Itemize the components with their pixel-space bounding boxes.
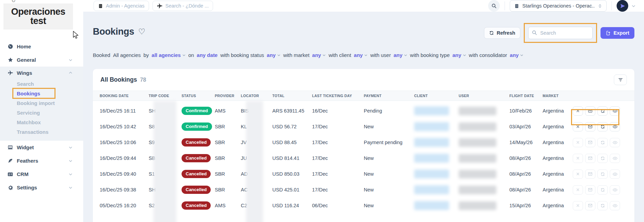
envelope-icon xyxy=(588,203,593,208)
cell-user xyxy=(459,201,509,210)
filter-dropdown-any[interactable]: any xyxy=(267,52,281,58)
resync-booking-button[interactable] xyxy=(597,122,608,131)
cell-booking-date: 16/Dec/25 09:40 xyxy=(100,171,149,177)
email-booking-button[interactable] xyxy=(585,154,595,163)
client-redacted-blob xyxy=(414,170,449,178)
cell-market: Argentina xyxy=(543,124,569,129)
resync-booking-button[interactable] xyxy=(597,106,608,116)
client-redacted-blob xyxy=(414,154,449,163)
cell-total: USD 56.72 xyxy=(272,124,312,129)
filter-text: with consolidator xyxy=(469,52,507,58)
search-input[interactable] xyxy=(528,27,593,39)
sidebar-item-widget[interactable]: Widget xyxy=(0,141,83,154)
sidebar-item-home[interactable]: Home xyxy=(0,40,83,53)
sidebar-item-crm[interactable]: CRM xyxy=(0,167,83,181)
sidebar-item-wings[interactable]: Wings xyxy=(0,67,83,79)
cancel-booking-button[interactable] xyxy=(573,201,583,210)
cell-market: Argentina xyxy=(543,171,569,177)
x-icon xyxy=(576,140,580,144)
resync-booking-button[interactable] xyxy=(597,201,608,210)
resync-booking-button[interactable] xyxy=(597,154,608,163)
sidebar-item-matchbox[interactable]: Matchbox xyxy=(0,117,83,127)
workspace-selector[interactable]: Starlings Operaciones - Operac.. xyxy=(510,0,607,12)
sidebar-item-search[interactable]: Search xyxy=(0,79,83,89)
favorite-heart-icon[interactable]: ♡ xyxy=(138,28,146,36)
cell-last-ticketing-day: 16/Dec xyxy=(312,108,364,114)
global-search-button[interactable] xyxy=(488,0,500,12)
column-header-market: MARKET xyxy=(543,94,569,98)
cancel-booking-button[interactable] xyxy=(573,106,583,116)
sync-icon xyxy=(600,156,605,161)
filter-dropdown-any-date[interactable]: any date xyxy=(197,52,218,58)
cancel-booking-button[interactable] xyxy=(573,154,583,163)
view-booking-button[interactable] xyxy=(610,170,620,179)
sidebar-item-booking-import[interactable]: Booking import xyxy=(0,98,83,108)
chevron-down-icon xyxy=(67,145,74,150)
envelope-icon xyxy=(588,108,593,113)
topbar-tab-admin-agencias[interactable]: Admin - Agencias xyxy=(94,1,149,11)
cell-last-ticketing-day: 17/Dec xyxy=(312,171,364,177)
filter-text: on xyxy=(188,52,194,58)
column-header-booking-date: BOOKING DATE xyxy=(100,94,149,98)
table-row: 05/Dec/25 16:20 S2 Cancelled AMS C2 USD … xyxy=(100,198,628,213)
refresh-artifact-icon: ↻ xyxy=(11,0,16,4)
view-booking-button[interactable] xyxy=(610,201,620,210)
view-booking-button[interactable] xyxy=(610,106,620,116)
cell-provider: SBR xyxy=(215,155,241,161)
cell-client xyxy=(414,106,459,115)
cell-total: ARS 63911.45 xyxy=(272,108,312,114)
envelope-icon xyxy=(588,124,593,129)
user-avatar[interactable] xyxy=(617,0,628,12)
chevron-down-icon xyxy=(364,54,368,57)
search-icon xyxy=(532,30,537,35)
chevron-down-icon xyxy=(67,172,74,176)
filter-dropdown-any[interactable]: any xyxy=(510,52,523,58)
view-booking-button[interactable] xyxy=(610,138,620,147)
chevron-down-icon[interactable] xyxy=(631,4,636,8)
topbar-tabs: Admin - AgenciasSearch - ¿Dónde ... xyxy=(94,1,216,11)
resync-booking-button[interactable] xyxy=(597,138,608,147)
cell-actions xyxy=(569,106,628,116)
chevron-up-icon xyxy=(67,71,74,75)
refresh-button[interactable]: Refresh xyxy=(484,27,520,39)
export-button[interactable]: Export xyxy=(600,27,634,39)
email-booking-button[interactable] xyxy=(585,122,595,131)
cancel-booking-button[interactable] xyxy=(573,138,583,147)
sync-icon xyxy=(600,188,605,192)
cell-booking-date: 16/Dec/25 10:06 xyxy=(100,140,149,145)
cell-payment: New xyxy=(364,187,414,192)
email-booking-button[interactable] xyxy=(585,170,595,179)
chevron-down-icon xyxy=(182,54,186,57)
filter-dropdown-all-agencies[interactable]: all agencies xyxy=(152,52,186,58)
filter-dropdown-any[interactable]: any xyxy=(354,52,368,58)
cancel-booking-button[interactable] xyxy=(573,170,583,179)
view-booking-button[interactable] xyxy=(610,154,620,163)
topbar-tab-search-d-nde[interactable]: Search - ¿Dónde ... xyxy=(152,1,213,11)
cell-booking-date: 16/Dec/25 09:38 xyxy=(100,187,149,192)
filter-dropdown-any[interactable]: any xyxy=(453,52,466,58)
view-booking-button[interactable] xyxy=(610,122,620,131)
view-booking-button[interactable] xyxy=(610,185,620,195)
filter-dropdown-any[interactable]: any xyxy=(312,52,326,58)
cell-user xyxy=(459,138,509,147)
sidebar-item-bookings[interactable]: Bookings xyxy=(0,89,83,98)
column-filter-button[interactable] xyxy=(614,74,627,85)
sidebar-item-settings[interactable]: Settings xyxy=(0,181,83,194)
sidebar-item-feathers[interactable]: Feathers xyxy=(0,154,83,167)
sidebar-item-general[interactable]: General xyxy=(0,53,83,67)
client-redacted-blob xyxy=(414,185,449,194)
sidebar-item-transactions[interactable]: Transactions xyxy=(0,127,83,137)
sidebar-item-servicing[interactable]: Servicing xyxy=(0,108,83,117)
resync-booking-button[interactable] xyxy=(597,170,608,179)
email-booking-button[interactable] xyxy=(585,106,595,116)
email-booking-button[interactable] xyxy=(585,138,595,147)
idcard-icon xyxy=(7,171,14,177)
cell-client xyxy=(414,122,459,131)
filter-dropdown-any[interactable]: any xyxy=(394,52,407,58)
cancel-booking-button[interactable] xyxy=(573,122,583,131)
resync-booking-button[interactable] xyxy=(597,185,608,195)
email-booking-button[interactable] xyxy=(585,185,595,195)
email-booking-button[interactable] xyxy=(585,201,595,210)
cell-flight-date: 14/May/26 xyxy=(509,140,543,145)
cancel-booking-button[interactable] xyxy=(573,185,583,195)
